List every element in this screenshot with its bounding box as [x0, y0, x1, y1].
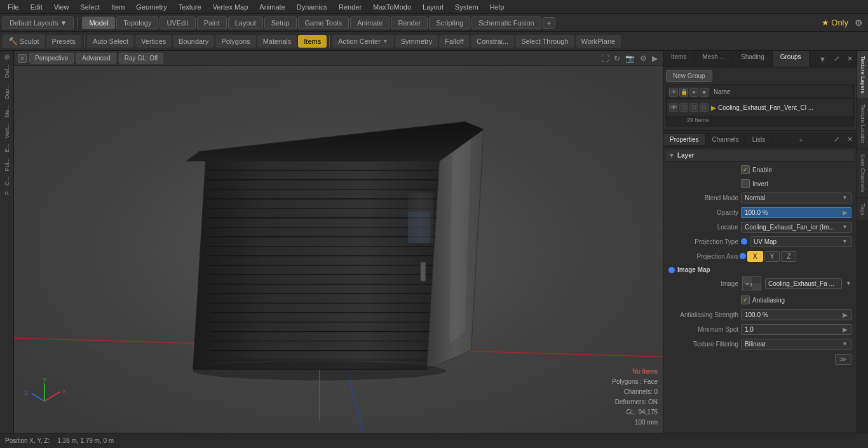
auto-select-tool[interactable]: Auto Select [87, 35, 134, 48]
left-tool-edge[interactable]: E... [3, 141, 11, 155]
props-expand-btn[interactable]: ≫ [835, 354, 851, 365]
workplane-tool[interactable]: WorkPlane [576, 35, 621, 48]
menu-geometry[interactable]: Geometry [131, 2, 172, 12]
menu-select[interactable]: Select [75, 2, 105, 12]
projection-type-dropdown[interactable]: UV Map ▼ [750, 236, 851, 247]
viewport-settings-icon[interactable]: ⚙ [639, 54, 648, 63]
rvt-texture-locator[interactable]: Texture Locator [857, 99, 868, 149]
menu-system[interactable]: System [450, 2, 484, 12]
mode-topology[interactable]: Topology [116, 17, 158, 29]
antialias-strength-field[interactable]: 100.0 % ▶ [741, 309, 851, 320]
mode-render[interactable]: Render [391, 17, 428, 29]
menu-edit[interactable]: Edit [25, 2, 48, 12]
polygons-tool[interactable]: Polygons [215, 35, 255, 48]
left-tool-mesh[interactable]: Me... [3, 102, 11, 120]
menu-dynamics[interactable]: Dynamics [292, 2, 332, 12]
mode-layout[interactable]: Layout [228, 17, 263, 29]
left-tool-polygon[interactable]: Pol... [3, 156, 11, 174]
rp-dropdown-icon[interactable]: ▼ [815, 53, 830, 65]
select-through-tool[interactable]: Select Through [515, 35, 574, 48]
mode-animate[interactable]: Animate [350, 17, 390, 29]
image-dropdown-arrow[interactable]: ▼ [846, 280, 851, 287]
pt-add-icon[interactable]: + [795, 134, 806, 146]
invert-checkbox[interactable] [741, 179, 750, 188]
rp-tab-shading[interactable]: Shading [733, 51, 773, 67]
viewport-refresh-icon[interactable]: ↻ [613, 54, 621, 63]
mode-schematic[interactable]: Schematic Fusion [471, 17, 541, 29]
menu-file[interactable]: File [3, 2, 24, 12]
left-tool-vertex[interactable]: Vert... [3, 121, 11, 141]
image-name-field[interactable]: Cooling_Exhaust_Fa ... [765, 278, 842, 289]
viewport-raygl-btn[interactable]: Ray GL: Off [119, 53, 164, 64]
rp-tab-items[interactable]: Items [663, 51, 695, 67]
locator-value[interactable]: Cooling_Exhaust_Fan_ior (Im... ▼ [741, 222, 851, 233]
viewport[interactable]: ≡ Perspective Advanced Ray GL: Off ⛶ ↻ 📷… [14, 51, 663, 433]
rvt-tags[interactable]: Tags [857, 198, 868, 221]
group-extra-icon[interactable]: □ [700, 103, 709, 112]
menu-render[interactable]: Render [334, 2, 367, 12]
left-tool-duplicate[interactable]: Dup... [3, 81, 11, 102]
groups-eye-icon[interactable]: 👁 [669, 88, 678, 97]
pt-tab-channels[interactable]: Channels [706, 134, 746, 145]
boundary-tool[interactable]: Boundary [173, 35, 214, 48]
pt-close-icon[interactable]: ✕ [843, 133, 857, 146]
rp-tab-mesh[interactable]: Mesh ... [695, 51, 733, 67]
rp-tab-groups[interactable]: Groups [773, 51, 810, 67]
min-spot-expand[interactable]: ▶ [843, 326, 848, 333]
blend-mode-dropdown[interactable]: Normal ▼ [741, 193, 851, 203]
mode-paint[interactable]: Paint [197, 17, 227, 29]
menu-view[interactable]: View [49, 2, 74, 12]
mode-game-tools[interactable]: Game Tools [298, 17, 349, 29]
menu-texture[interactable]: Texture [173, 2, 207, 12]
enable-checkbox[interactable]: ✓ [741, 165, 750, 174]
antialias-strength-expand[interactable]: ▶ [843, 311, 848, 318]
pt-tab-properties[interactable]: Properties [663, 134, 706, 145]
viewport-menu-icon[interactable]: ≡ [18, 54, 27, 63]
left-tool-f[interactable]: F [3, 189, 11, 198]
materials-tool[interactable]: Materials [257, 35, 297, 48]
pt-expand-icon[interactable]: ⤢ [830, 133, 843, 146]
pt-tab-lists[interactable]: Lists [746, 134, 773, 145]
opacity-field[interactable]: 100.0 % ▶ [741, 207, 851, 218]
mode-model[interactable]: Model [82, 17, 115, 29]
groups-lock-icon[interactable]: 🔒 [679, 88, 688, 97]
items-tool[interactable]: Items [298, 35, 327, 48]
left-tool-deformers[interactable]: Def... [3, 62, 11, 81]
falloff-tool[interactable]: Falloff [439, 35, 470, 48]
symmetry-tool[interactable]: Symmetry [395, 35, 438, 48]
axis-z-btn[interactable]: Z [781, 251, 796, 262]
min-spot-field[interactable]: 1.0 ▶ [741, 324, 851, 335]
menu-layout[interactable]: Layout [417, 2, 449, 12]
viewport-perspective-btn[interactable]: Perspective [29, 53, 74, 64]
action-center-tool[interactable]: Action Center ▼ [332, 35, 394, 48]
antialias-checkbox[interactable]: ✓ [741, 295, 750, 304]
rp-expand-icon[interactable]: ⤢ [830, 52, 843, 65]
viewport-more-icon[interactable]: ▶ [651, 54, 659, 63]
menu-animate[interactable]: Animate [254, 2, 290, 12]
groups-extra-icon[interactable]: ■ [700, 88, 709, 97]
viewport-advanced-btn[interactable]: Advanced [76, 53, 116, 64]
add-mode-button[interactable]: + [543, 17, 555, 29]
mode-uvedit[interactable]: UVEdit [159, 17, 195, 29]
group-render-icon[interactable]: □ [689, 103, 698, 112]
new-group-button[interactable]: New Group [666, 70, 712, 82]
rvt-user-channels[interactable]: User Channels [857, 149, 868, 198]
axis-y-btn[interactable]: Y [764, 251, 780, 262]
rp-close-icon[interactable]: ✕ [843, 52, 857, 65]
menu-maxtomodo[interactable]: MaxToModo [368, 2, 416, 12]
group-eye-icon[interactable]: 👁 [669, 103, 678, 112]
axis-x-btn[interactable]: X [747, 251, 763, 262]
menu-help[interactable]: Help [485, 2, 510, 12]
vertices-tool[interactable]: Vertices [135, 35, 172, 48]
left-tool-expand[interactable] [4, 55, 10, 60]
presets-tool[interactable]: Presets [46, 35, 81, 48]
mode-setup[interactable]: Setup [264, 17, 297, 29]
left-tool-curve[interactable]: C... [3, 174, 11, 188]
constrain-tool[interactable]: Constrai... [471, 35, 514, 48]
viewport-camera-icon[interactable]: 📷 [624, 54, 636, 63]
settings-gear-icon[interactable]: ⚙ [852, 18, 865, 28]
viewport-fullscreen-icon[interactable]: ⛶ [600, 54, 610, 63]
menu-vertex-map[interactable]: Vertex Map [208, 2, 254, 12]
group-lock-icon[interactable]: □ [679, 103, 688, 112]
layer-collapse-icon[interactable]: ▼ [668, 152, 675, 159]
